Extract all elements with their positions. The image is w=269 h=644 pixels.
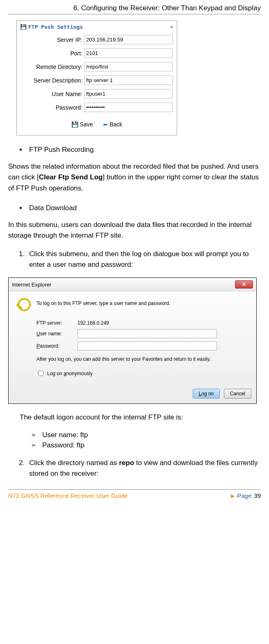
- ie-dialog-title: Internet Explorer: [12, 282, 235, 288]
- cancel-button[interactable]: Cancel: [224, 389, 251, 399]
- user-name-label: User Name:: [21, 91, 84, 97]
- back-label: Back: [109, 121, 122, 128]
- server-ip-label: Server IP:: [21, 37, 84, 43]
- paragraph-default-account: The default logon account for the intern…: [8, 412, 261, 423]
- anonymous-label: Log on anonymously: [47, 371, 93, 376]
- page-header: 6. Configuring the Receiver: Other Than …: [8, 4, 261, 14]
- back-button[interactable]: ⬅ Back: [100, 120, 125, 128]
- ie-password-input[interactable]: [78, 341, 217, 351]
- remote-dir-label: Remote Directory:: [21, 64, 84, 70]
- save-icon: 💾: [71, 121, 78, 128]
- footer-arrow-icon: ▶: [231, 493, 235, 499]
- clear-ftp-send-log-ref: Clear Ftp Send Log: [39, 173, 103, 181]
- ie-login-dialog: Internet Explorer ✕ To log on to this FT…: [8, 277, 257, 404]
- ftp-server-value: 192.168.0.249: [78, 320, 109, 326]
- password-input[interactable]: [84, 103, 173, 112]
- save-label: Save: [80, 121, 93, 128]
- close-icon[interactable]: ✕: [170, 23, 173, 30]
- ftp-push-settings-dialog: 💾 FTP Push Settings ✕ Server IP: Port: R…: [16, 21, 177, 135]
- dialog-title: FTP Push Settings: [28, 24, 83, 30]
- port-input[interactable]: [84, 48, 173, 58]
- server-desc-input[interactable]: [84, 76, 173, 85]
- bullet-ftp-push-recording: FTP Push Recording: [27, 146, 261, 154]
- bullet-data-download: Data Download: [27, 204, 261, 212]
- dialog-titlebar: 💾 FTP Push Settings ✕: [17, 21, 177, 32]
- ie-username-label: User name:: [36, 331, 78, 337]
- remote-dir-input[interactable]: [84, 62, 173, 71]
- repo-ref: repo: [119, 459, 134, 467]
- cred-password: Password: ftp: [31, 441, 261, 449]
- ie-username-input[interactable]: [78, 329, 217, 338]
- text: Click the directory named as: [29, 459, 119, 467]
- server-ip-input[interactable]: [84, 35, 173, 44]
- port-label: Port:: [21, 50, 84, 57]
- ie-close-button[interactable]: ✕: [235, 280, 253, 289]
- ie-note: After you log on, you can add this serve…: [16, 356, 249, 362]
- anonymous-checkbox[interactable]: [38, 371, 43, 376]
- page-footer: N72 GNSS Reference Receiver User Guide ▶…: [8, 489, 261, 499]
- footer-page-label: Page: [237, 492, 251, 499]
- user-name-input[interactable]: [84, 89, 173, 99]
- step-2: Click the directory named as repo to vie…: [27, 458, 261, 479]
- key-icon: [16, 298, 31, 313]
- floppy-icon: 💾: [20, 24, 27, 30]
- logon-button[interactable]: Log on: [193, 389, 220, 399]
- server-desc-label: Server Description:: [21, 77, 84, 84]
- cred-username: User name: ftp: [31, 431, 261, 439]
- password-label: Password:: [21, 104, 84, 111]
- paragraph-data-download: In this submenu, users can download the …: [8, 220, 261, 241]
- ftp-server-label: FTP server:: [36, 320, 78, 326]
- save-button[interactable]: 💾 Save: [69, 120, 96, 128]
- step-1: Click this submenu, and then the log on …: [27, 249, 261, 270]
- footer-page-number: 39: [254, 492, 261, 499]
- paragraph-ftp-push: Shows the related information about the …: [8, 161, 261, 194]
- back-arrow-icon: ⬅: [103, 121, 108, 128]
- footer-guide-name: N72 GNSS Reference Receiver User Guide: [8, 492, 128, 499]
- ie-password-label: Password:: [36, 343, 78, 349]
- ie-message: To log on to this FTP server, type a use…: [36, 298, 171, 313]
